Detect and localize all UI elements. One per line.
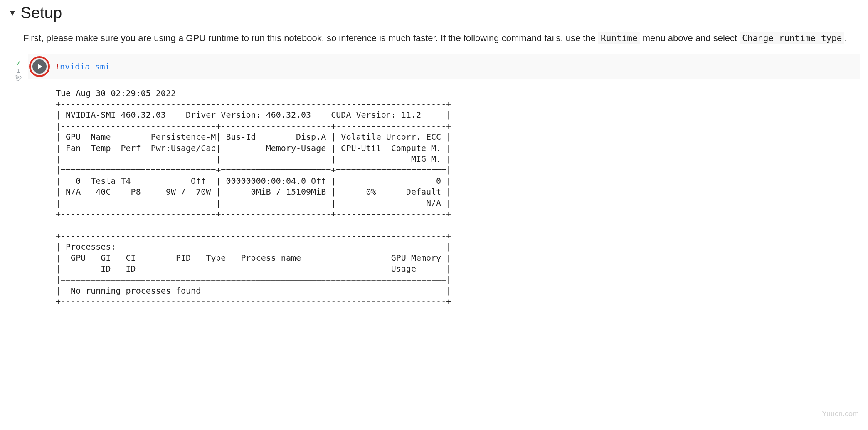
desc-code-change-runtime: Change runtime type xyxy=(740,32,844,44)
code-bang: ! xyxy=(55,62,60,72)
status-unit: 秒 xyxy=(15,74,22,82)
cell-body: !nvidia-smi Tue Aug 30 02:29:05 2022 +--… xyxy=(28,54,860,307)
code-cell: ✓ 1 秒 !nvidia-smi Tue Aug 30 02:29:05 20… xyxy=(8,54,860,307)
desc-code-runtime: Runtime xyxy=(598,32,640,44)
status-time: 1 xyxy=(17,67,20,74)
code-input-row[interactable]: !nvidia-smi xyxy=(28,54,860,79)
section-title: Setup xyxy=(21,4,62,22)
section-header: ▼ Setup xyxy=(8,4,860,22)
code-input[interactable]: !nvidia-smi xyxy=(55,62,110,72)
desc-text-2: menu above and select xyxy=(640,33,740,43)
cell-output: Tue Aug 30 02:29:05 2022 +--------------… xyxy=(28,79,860,307)
section-description: First, please make sure you are using a … xyxy=(23,30,860,46)
play-icon xyxy=(32,59,47,74)
collapse-arrow-icon[interactable]: ▼ xyxy=(8,8,17,18)
code-command: nvidia-smi xyxy=(60,62,110,72)
notebook-section: ▼ Setup First, please make sure you are … xyxy=(0,0,868,316)
cell-gutter: ✓ 1 秒 xyxy=(8,54,28,82)
desc-text-3: . xyxy=(844,33,847,43)
desc-text-1: First, please make sure you are using a … xyxy=(23,33,598,43)
run-cell-button[interactable] xyxy=(29,56,50,77)
status-check-icon: ✓ xyxy=(15,59,22,67)
